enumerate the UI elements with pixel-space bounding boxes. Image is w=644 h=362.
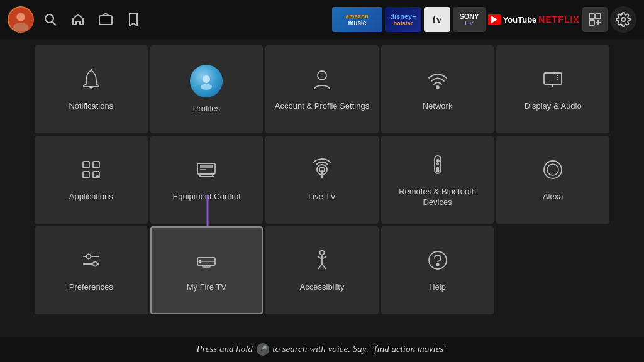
bookmark-icon[interactable] — [122, 8, 145, 31]
grid-item-alexa[interactable]: Alexa — [496, 136, 609, 224]
svg-point-48 — [547, 164, 558, 175]
grid-item-live-tv[interactable]: Live TV — [265, 136, 379, 224]
home-icon[interactable] — [67, 8, 89, 31]
antenna-icon — [309, 157, 335, 185]
preferences-label: Preferences — [64, 282, 118, 293]
svg-point-14 — [621, 18, 625, 21]
apps-icon — [79, 157, 104, 185]
svg-point-63 — [429, 251, 447, 269]
remote-icon — [425, 152, 450, 180]
svg-rect-56 — [203, 265, 210, 267]
svg-rect-5 — [99, 16, 112, 25]
app-amazon-music[interactable]: amazon music — [332, 7, 382, 32]
settings-grid: Notifications Profiles Account & Profile… — [0, 39, 644, 314]
person-icon — [309, 67, 335, 95]
grid-item-notifications[interactable]: Notifications — [35, 45, 148, 133]
app-netflix[interactable]: NETFLIX — [538, 7, 580, 32]
remotes-bluetooth-label: Remotes & Bluetooth Devices — [381, 187, 494, 208]
svg-point-17 — [201, 84, 212, 90]
svg-point-3 — [45, 14, 53, 23]
equipment-control-label: Equipment Control — [168, 192, 246, 202]
app-sony[interactable]: SONY LIV — [453, 7, 486, 32]
svg-rect-26 — [83, 162, 89, 168]
svg-line-62 — [322, 264, 326, 269]
navbar: amazon music disney+ hotstar tv SONY LIV… — [0, 0, 644, 39]
svg-point-64 — [436, 263, 439, 266]
accessibility-label: Accessibility — [295, 282, 350, 293]
svg-rect-9 — [589, 14, 594, 19]
svg-rect-32 — [197, 163, 215, 174]
svg-point-52 — [92, 262, 97, 266]
grid-item-remotes-bluetooth[interactable]: Remotes & Bluetooth Devices — [381, 136, 494, 224]
notifications-label: Notifications — [64, 101, 118, 112]
svg-rect-28 — [83, 172, 89, 178]
grid-item-display-audio[interactable]: Display & Audio — [496, 45, 609, 133]
svg-point-45 — [436, 167, 438, 169]
svg-line-60 — [322, 256, 326, 259]
bottom-instruction: Press and hold 🎤 to search with voice. S… — [196, 343, 447, 356]
svg-rect-27 — [93, 162, 99, 168]
tv-icon[interactable] — [94, 8, 117, 31]
grid-item-account-profile[interactable]: Account & Profile Settings — [265, 45, 379, 133]
svg-line-61 — [318, 264, 322, 269]
account-profile-label: Account & Profile Settings — [270, 101, 374, 112]
settings-button[interactable] — [610, 6, 636, 33]
my-fire-tv-label: My Fire TV — [182, 282, 231, 293]
avatar[interactable] — [8, 6, 34, 33]
wifi-icon — [425, 67, 450, 95]
svg-point-19 — [436, 86, 439, 89]
svg-point-18 — [318, 71, 326, 80]
svg-point-55 — [199, 261, 201, 263]
app-youtube[interactable]: YouTube — [488, 7, 536, 32]
fire-tv-icon — [194, 248, 219, 276]
monitor-icon — [194, 157, 219, 185]
accessibility-icon — [309, 248, 335, 276]
svg-rect-20 — [544, 73, 562, 84]
mic-symbol: 🎤 — [257, 343, 269, 356]
alexa-icon — [540, 157, 565, 185]
display-icon — [540, 67, 565, 95]
app-disney-hotstar[interactable]: disney+ hotstar — [385, 7, 421, 32]
alexa-label: Alexa — [538, 192, 569, 202]
grid-item-preferences[interactable]: Preferences — [35, 226, 148, 314]
app-grid[interactable] — [582, 7, 608, 32]
svg-point-46 — [436, 170, 438, 172]
svg-point-57 — [319, 251, 324, 255]
grid-item-empty — [496, 226, 609, 314]
grid-item-profiles[interactable]: Profiles — [150, 45, 264, 133]
search-icon[interactable] — [39, 8, 62, 31]
network-label: Network — [418, 101, 458, 112]
svg-point-16 — [203, 75, 210, 83]
svg-rect-10 — [596, 14, 601, 19]
help-label: Help — [424, 282, 451, 293]
nav-apps: amazon music disney+ hotstar tv SONY LIV… — [332, 6, 636, 33]
svg-line-59 — [318, 256, 322, 259]
svg-point-42 — [436, 160, 439, 162]
grid-item-equipment-control[interactable]: Equipment Control — [150, 136, 264, 224]
profiles-icon — [190, 65, 223, 97]
bottom-bar: Press and hold 🎤 to search with voice. S… — [0, 337, 644, 362]
grid-item-network[interactable]: Network — [381, 45, 494, 133]
applications-label: Applications — [64, 192, 118, 202]
display-audio-label: Display & Audio — [519, 101, 587, 112]
svg-point-1 — [16, 13, 25, 21]
app-tv[interactable]: tv — [424, 7, 450, 32]
bell-icon — [79, 67, 104, 95]
svg-line-4 — [53, 22, 57, 26]
grid-item-applications[interactable]: Applications — [35, 136, 148, 224]
help-icon — [425, 248, 450, 276]
svg-rect-11 — [589, 20, 594, 25]
profiles-label: Profiles — [188, 104, 225, 114]
svg-point-47 — [544, 161, 562, 178]
grid-item-accessibility[interactable]: Accessibility — [265, 226, 379, 314]
svg-point-50 — [86, 255, 91, 259]
live-tv-label: Live TV — [303, 192, 341, 202]
sliders-icon — [79, 248, 104, 276]
grid-item-my-fire-tv[interactable]: My Fire TV — [150, 226, 264, 314]
grid-item-help[interactable]: Help — [381, 226, 494, 314]
